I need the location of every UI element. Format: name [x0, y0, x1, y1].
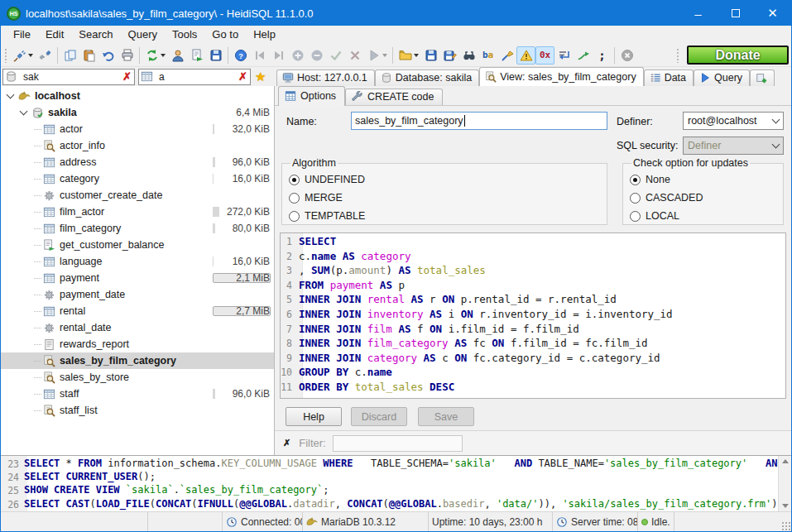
tree-item-address[interactable]: address96,0 KiB: [1, 154, 274, 170]
menu-item-go-to[interactable]: Go to: [204, 26, 246, 42]
scroll-down-icon[interactable]: [782, 504, 789, 508]
tree-item-payment_date[interactable]: payment_date: [1, 286, 274, 303]
close-filter-icon[interactable]: ✗: [283, 438, 290, 448]
help-button[interactable]: Help: [286, 407, 342, 426]
paste-icon[interactable]: [79, 46, 98, 65]
copy-icon[interactable]: [60, 46, 79, 65]
menu-item-help[interactable]: Help: [246, 26, 283, 42]
menu-item-tools[interactable]: Tools: [165, 26, 204, 42]
toolbar-grip[interactable]: [676, 48, 680, 63]
tree-item-rental[interactable]: rental2,7 MiB: [1, 303, 274, 319]
stop-process-icon[interactable]: [617, 46, 636, 65]
reconnect-icon[interactable]: [574, 46, 593, 65]
save-button[interactable]: Save: [418, 407, 474, 426]
clear-database-filter-icon[interactable]: ✗: [122, 71, 132, 82]
user-manager-icon[interactable]: [168, 46, 187, 65]
close-button[interactable]: ✕: [754, 1, 791, 26]
tree-item-staff[interactable]: staff96,0 KiB: [1, 386, 274, 402]
tree-item-get_customer_balance[interactable]: get_customer_balance: [1, 237, 274, 253]
last-record-icon[interactable]: [269, 46, 288, 65]
tree-item-sales_by_film_category[interactable]: sales_by_film_category: [1, 352, 274, 369]
clear-table-filter-icon[interactable]: ✗: [238, 71, 248, 82]
tree-item-staff_list[interactable]: staff_list: [1, 402, 274, 419]
tree-item-film_actor[interactable]: film_actor272,0 KiB: [1, 204, 274, 220]
algorithm-radio-temptable[interactable]: TEMPTABLE: [289, 207, 600, 225]
menu-item-query[interactable]: Query: [121, 26, 165, 42]
disconnect-icon[interactable]: [36, 46, 55, 65]
menu-item-search[interactable]: Search: [71, 26, 120, 42]
post-edit-icon[interactable]: [326, 46, 345, 65]
tab-query[interactable]: Query: [694, 69, 750, 86]
tree-item-language[interactable]: language16,0 KiB: [1, 253, 274, 270]
undo-icon[interactable]: [98, 46, 118, 65]
tree-item-localhost[interactable]: localhost: [1, 88, 274, 104]
refresh-icon[interactable]: [142, 46, 168, 65]
check-option-radio-cascaded[interactable]: CASCADED: [630, 189, 776, 207]
first-record-icon[interactable]: [250, 46, 269, 65]
insert-record-icon[interactable]: [288, 46, 307, 65]
favorites-star-icon[interactable]: ★: [255, 69, 266, 84]
print-icon[interactable]: [118, 46, 137, 65]
definer-select[interactable]: root@localhost: [683, 112, 784, 130]
sql-log-panel[interactable]: 23SELECT * FROM information_schema.KEY_C…: [1, 455, 791, 511]
open-file-icon[interactable]: [396, 46, 421, 65]
tree-item-payment[interactable]: payment2,1 MiB: [1, 270, 274, 286]
save-data-icon[interactable]: [206, 46, 225, 65]
scroll-up-icon[interactable]: [782, 459, 789, 463]
radio-label: LOCAL: [646, 210, 679, 222]
export-tables-icon[interactable]: [187, 46, 206, 65]
maximize-button[interactable]: [717, 1, 754, 26]
expand-chevron-icon[interactable]: [20, 108, 28, 116]
tree-item-rental_date[interactable]: rental_date: [1, 319, 274, 336]
replace-text-icon[interactable]: ba: [478, 46, 497, 65]
tree-line: [34, 179, 41, 180]
algorithm-radio-undefined[interactable]: UNDEFINED: [289, 170, 600, 189]
run-query-icon[interactable]: [364, 46, 390, 65]
resize-grip[interactable]: [781, 521, 791, 531]
sql-security-select[interactable]: Definer: [683, 137, 784, 155]
discard-button[interactable]: Discard: [351, 407, 407, 426]
tab-view[interactable]: View: sales_by_film_category: [479, 67, 643, 86]
tree-item-sales_by_store[interactable]: sales_by_store: [1, 369, 274, 386]
find-text-icon[interactable]: [459, 46, 478, 65]
donate-button[interactable]: Donate: [687, 46, 789, 65]
table-filter-input[interactable]: a ✗: [138, 69, 251, 85]
reformat-code-icon[interactable]: [497, 46, 516, 65]
algorithm-radio-merge[interactable]: MERGE: [289, 189, 600, 207]
cancel-edit-icon[interactable]: [345, 46, 364, 65]
view-binary-icon[interactable]: 0x: [535, 46, 554, 65]
check-option-radio-local[interactable]: LOCAL: [630, 207, 776, 225]
minimize-button[interactable]: –: [679, 1, 717, 26]
delimiter-icon[interactable]: ;: [593, 46, 612, 65]
save-file-icon[interactable]: [421, 46, 440, 65]
tree-item-rewards_report[interactable]: rewards_report: [1, 336, 274, 352]
delete-record-icon[interactable]: [307, 46, 326, 65]
warn-unsafe-icon[interactable]: [516, 46, 535, 65]
tab-host[interactable]: Host: 127.0.0.1: [276, 69, 375, 86]
save-as-icon[interactable]: [440, 46, 459, 65]
tree-item-film_category[interactable]: film_category80,0 KiB: [1, 220, 274, 237]
subtab-options[interactable]: Options: [278, 86, 345, 106]
tree-item-category[interactable]: category16,0 KiB: [1, 170, 274, 187]
toolbar-grip[interactable]: [4, 48, 8, 63]
bind-params-icon[interactable]: [554, 46, 574, 65]
check-option-radio-none[interactable]: None: [630, 170, 776, 189]
tree-item-actor[interactable]: actor32,0 KiB: [1, 121, 274, 137]
filter-input[interactable]: [333, 435, 463, 452]
tab-database[interactable]: Database: sakila: [375, 69, 479, 86]
tree-item-sakila[interactable]: sakila6,4 MiB: [1, 104, 274, 121]
new-query-tab[interactable]: [750, 69, 775, 86]
menu-item-edit[interactable]: Edit: [38, 26, 71, 42]
view-sql-editor[interactable]: 1SELECT2c.name AS category3, SUM(p.amoun…: [280, 232, 786, 399]
view-name-input[interactable]: sales_by_film_category: [351, 112, 607, 130]
connect-session-icon[interactable]: [10, 46, 36, 65]
database-filter-input[interactable]: sak ✗: [2, 69, 135, 85]
menu-item-file[interactable]: File: [6, 26, 38, 42]
tree-item-actor_info[interactable]: actor_info: [1, 137, 274, 154]
tree-item-customer_create_date[interactable]: customer_create_date: [1, 187, 274, 204]
tab-data[interactable]: Data: [644, 69, 694, 86]
expand-chevron-icon[interactable]: [7, 91, 15, 99]
subtab-create-code[interactable]: CREATE code: [345, 89, 443, 105]
log-scrollbar[interactable]: [778, 456, 791, 511]
help-balloon-icon[interactable]: ?: [231, 46, 250, 65]
